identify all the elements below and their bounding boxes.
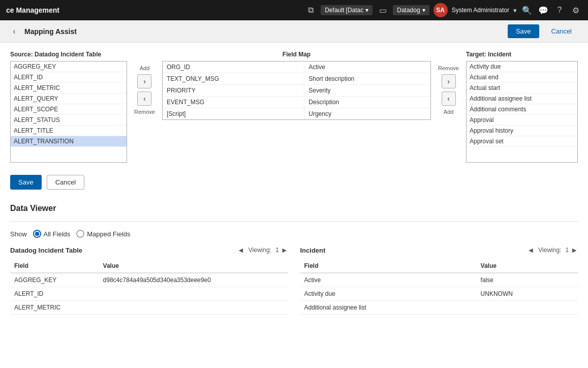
default-label: Default [Datac [325, 7, 363, 14]
target-field-item[interactable]: Approval [467, 115, 577, 126]
map-column: Field Map ORG_IDActiveTEXT_ONLY_MSGShort… [162, 51, 431, 120]
target-field-item[interactable]: Actual start [467, 83, 577, 94]
left-pane-next[interactable]: ► [281, 246, 288, 254]
all-fields-option[interactable]: All Fields [33, 230, 71, 238]
source-field-item[interactable]: AGGREG_KEY [11, 62, 127, 72]
table-row: ALERT_ID [10, 287, 288, 301]
target-field-item[interactable]: Approval history [467, 126, 577, 136]
monitor-icon[interactable]: ▭ [377, 4, 389, 16]
search-icon[interactable]: 🔍 [521, 4, 533, 16]
breadcrumb-bar: ‹ Mapping Assist Save Cancel [0, 20, 588, 43]
target-field-item[interactable]: Additional assignee list [467, 94, 577, 104]
action-row: Save Cancel [10, 175, 578, 190]
source-field-list[interactable]: AGGREG_KEYALERT_IDALERT_METRICALERT_QUER… [10, 61, 127, 163]
map-target-cell: Severity [304, 85, 430, 97]
main-content: Source: Datadog Incident Table AGGREG_KE… [0, 43, 588, 323]
help-icon[interactable]: ? [553, 4, 566, 16]
datadog-label: Datadog [397, 7, 420, 14]
map-target-cell: Short description [304, 73, 430, 85]
target-field-item[interactable]: Approval set [467, 136, 577, 147]
field-cell: Additional assignee list [300, 301, 477, 315]
save-button[interactable]: Save [508, 24, 539, 38]
map-table-row: [Script]Urgency [163, 108, 430, 120]
action-save-button[interactable]: Save [10, 175, 42, 190]
add-controls: Add › ‹ Remove [127, 51, 162, 115]
remove-source-button[interactable]: ‹ [137, 91, 151, 106]
map-table-wrapper: ORG_IDActiveTEXT_ONLY_MSGShort descripti… [162, 61, 431, 120]
map-table-row: PRIORITYSeverity [163, 85, 430, 97]
data-viewer-title: Data Viewer [10, 204, 578, 213]
right-pane-header: Incident ◄ Viewing: 1 ► [300, 246, 578, 254]
default-selector[interactable]: Default [Datac ▾ [321, 5, 373, 15]
chat-icon[interactable]: 💬 [537, 4, 549, 16]
table-row: Activefalse [300, 273, 578, 287]
left-pane-prev[interactable]: ◄ [237, 246, 244, 254]
right-viewing-label: Viewing: [538, 247, 561, 254]
left-pane: Datadog Incident Table ◄ Viewing: 1 ► Fi… [10, 246, 288, 315]
table-row: Activity dueUNKNOWN [300, 287, 578, 301]
target-field-list[interactable]: Activity dueActual endActual startAdditi… [466, 61, 578, 163]
source-field-item[interactable]: ALERT_STATUS [11, 115, 127, 126]
cancel-button[interactable]: Cancel [543, 24, 580, 38]
right-pane-title: Incident [300, 247, 528, 254]
right-pane-next[interactable]: ► [571, 246, 578, 254]
map-table: ORG_IDActiveTEXT_ONLY_MSGShort descripti… [163, 62, 430, 119]
avatar: SA [434, 3, 448, 17]
right-pane-page: 1 [565, 247, 569, 254]
mapped-fields-label: Mapped Fields [87, 230, 130, 238]
value-cell [477, 301, 578, 315]
left-data-table: Field Value AGGREG_KEYd98c4c784a49a505d3… [10, 259, 288, 315]
left-pane-header: Datadog Incident Table ◄ Viewing: 1 ► [10, 246, 288, 254]
remove-right-button[interactable]: › [442, 74, 456, 88]
left-col-field: Field [10, 259, 99, 273]
user-label: System Administrator [452, 7, 509, 14]
copy-icon[interactable]: ⧉ [304, 4, 317, 16]
source-column: Source: Datadog Incident Table AGGREG_KE… [10, 51, 127, 163]
show-row: Show All Fields Mapped Fields [10, 230, 578, 238]
add-right-label: Add [444, 109, 454, 115]
map-label: Field Map [162, 51, 431, 58]
source-field-item[interactable]: ALERT_METRIC [11, 83, 127, 94]
remove-right-label: Remove [438, 65, 459, 71]
map-source-cell: TEXT_ONLY_MSG [163, 73, 304, 85]
all-fields-radio[interactable] [33, 230, 41, 238]
right-col-field: Field [300, 259, 477, 273]
right-data-table: Field Value ActivefalseActivity dueUNKNO… [300, 259, 578, 315]
field-cell: Active [300, 273, 477, 287]
data-viewer-section: Data Viewer Show All Fields Mapped Field… [10, 204, 578, 315]
settings-icon[interactable]: ⚙ [570, 4, 582, 16]
left-col-value: Value [99, 259, 288, 273]
map-table-row: EVENT_MSGDescription [163, 97, 430, 108]
map-source-cell: ORG_ID [163, 62, 304, 73]
user-dropdown-icon[interactable]: ▾ [513, 7, 517, 14]
source-field-item[interactable]: ALERT_TITLE [11, 126, 127, 136]
source-field-item[interactable]: ALERT_TRANSITION [11, 136, 127, 147]
map-source-cell: EVENT_MSG [163, 97, 304, 108]
value-cell [99, 301, 288, 315]
action-cancel-button[interactable]: Cancel [47, 175, 84, 190]
source-field-item[interactable]: ALERT_SCOPE [11, 104, 127, 115]
field-map-section: Source: Datadog Incident Table AGGREG_KE… [10, 51, 578, 163]
target-field-item[interactable]: Actual end [467, 72, 577, 83]
remove-controls: Remove › ‹ Add [431, 51, 466, 115]
left-pane-page: 1 [275, 247, 279, 254]
right-pane-nav: ◄ Viewing: 1 ► [527, 246, 578, 254]
map-table-row: ORG_IDActive [163, 62, 430, 73]
add-button[interactable]: › [137, 74, 151, 88]
right-pane-prev[interactable]: ◄ [527, 246, 534, 254]
source-field-item[interactable]: ALERT_QUERY [11, 94, 127, 104]
source-field-item[interactable]: ALERT_ID [11, 72, 127, 83]
target-field-item[interactable]: Additional comments [467, 104, 577, 115]
value-cell: d98c4c784a49a505d340ea353deee9e0 [99, 273, 288, 287]
back-button[interactable]: ‹ [8, 25, 20, 38]
field-cell: AGGREG_KEY [10, 273, 99, 287]
mapped-fields-radio[interactable] [76, 230, 84, 238]
add-right-button[interactable]: ‹ [442, 91, 456, 106]
data-panes: Datadog Incident Table ◄ Viewing: 1 ► Fi… [10, 246, 578, 315]
target-field-item[interactable]: Activity due [467, 62, 577, 72]
mapped-fields-option[interactable]: Mapped Fields [76, 230, 130, 238]
left-pane-nav: ◄ Viewing: 1 ► [237, 246, 288, 254]
source-label: Source: Datadog Incident Table [10, 51, 127, 58]
left-pane-title: Datadog Incident Table [10, 247, 237, 254]
datadog-selector[interactable]: Datadog ▾ [393, 5, 429, 15]
